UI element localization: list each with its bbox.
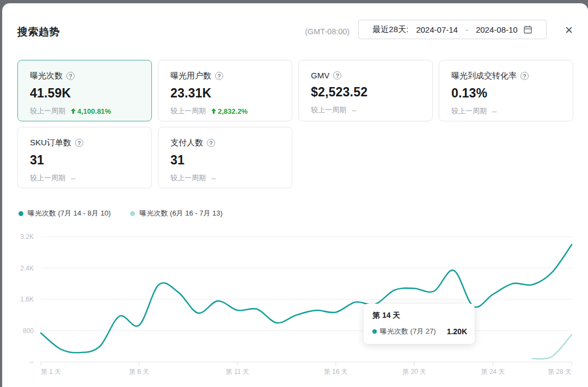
tooltip-day-title: 第 14 天 <box>372 311 467 321</box>
date-start: 2024-07-14 <box>416 25 458 34</box>
metric-card-3[interactable]: 曝光到成交转化率?0.13%较上一周期-- <box>439 60 573 121</box>
calendar-icon <box>523 25 532 34</box>
metric-value: 23.31K <box>170 86 292 101</box>
change-value: 4,100.81% <box>71 107 111 115</box>
compare-label: 较上一周期 <box>170 173 206 183</box>
compare-label: 较上一周期 <box>30 106 65 116</box>
x-axis-label: 第 20 天 <box>402 368 426 376</box>
search-trends-modal: 搜索趋势 (GMT-08:00) 最近28天: 2024-07-14 - 202… <box>2 3 588 387</box>
question-circle-icon[interactable]: ? <box>333 71 341 79</box>
y-axis-label: 1.6K <box>20 296 34 303</box>
x-axis-label: 第 11 天 <box>226 368 249 376</box>
change-value: -- <box>71 174 76 182</box>
metric-card-0[interactable]: 曝光次数?41.59K较上一周期4,100.81% <box>17 60 152 121</box>
x-axis-label: 第 16 天 <box>324 368 348 376</box>
x-axis-label: 第 24 天 <box>481 368 505 376</box>
chart-tooltip: 第 14 天 曝光次数 (7月 27) 1.20K <box>364 304 475 344</box>
change-value: -- <box>492 107 497 115</box>
legend-item-1[interactable]: 曝光次数 (6月 16 - 7月 13) <box>130 208 222 218</box>
date-preset-label: 最近28天: <box>372 24 408 35</box>
tooltip-series-dot-icon <box>372 329 377 334</box>
compare-label: 较上一周期 <box>30 173 65 183</box>
y-axis-label: -- <box>29 358 34 366</box>
close-icon[interactable]: ✕ <box>562 23 576 37</box>
compare-label: 较上一周期 <box>170 106 206 116</box>
question-circle-icon[interactable]: ? <box>75 139 83 147</box>
page-title: 搜索趋势 <box>17 25 60 39</box>
question-circle-icon[interactable]: ? <box>520 72 529 80</box>
metric-card-2[interactable]: GMV?$2,523.52较上一周期-- <box>298 60 433 121</box>
trend-line-chart[interactable]: 3.2K2.4K1.6K800--第 1 天第 6 天第 11 天第 16 天第… <box>2 229 588 387</box>
x-axis-label: 第 28 天 <box>548 368 572 376</box>
metric-label: SKU订单数 <box>30 138 71 148</box>
question-circle-icon[interactable]: ? <box>66 72 75 80</box>
metric-label: 曝光次数 <box>30 71 63 81</box>
change-value: -- <box>352 106 357 114</box>
compare-label: 较上一周期 <box>311 105 346 115</box>
legend-item-0[interactable]: 曝光次数 (7月 14 - 8月 10) <box>19 208 111 218</box>
metric-value: 31 <box>30 153 151 168</box>
metric-label: 支付人数 <box>170 138 203 148</box>
change-value: -- <box>211 174 216 182</box>
y-axis-label: 3.2K <box>20 233 34 241</box>
metric-value: $2,523.52 <box>311 85 432 100</box>
y-axis-label: 800 <box>23 327 34 335</box>
metric-label: 曝光到成交转化率 <box>451 71 517 81</box>
x-axis-label: 第 1 天 <box>41 368 61 376</box>
metric-card-4[interactable]: SKU订单数?31较上一周期-- <box>17 127 152 188</box>
date-end: 2024-08-10 <box>476 25 518 34</box>
metric-card-1[interactable]: 曝光用户数?23.31K较上一周期2,832.2% <box>158 60 292 121</box>
question-circle-icon[interactable]: ? <box>207 139 215 147</box>
date-separator: - <box>465 25 468 34</box>
metric-value: 31 <box>170 153 292 168</box>
metric-value: 41.59K <box>30 86 151 101</box>
metric-label: 曝光用户数 <box>170 71 211 81</box>
tooltip-series-row: 曝光次数 (7月 27) 1.20K <box>372 327 467 336</box>
change-value: 2,832.2% <box>211 107 248 115</box>
legend-dot-icon <box>130 211 135 216</box>
tooltip-series-value: 1.20K <box>447 327 467 336</box>
arrow-up-icon <box>71 108 76 114</box>
x-axis-label: 第 6 天 <box>129 368 149 376</box>
legend-label: 曝光次数 (6月 16 - 7月 13) <box>139 208 222 218</box>
compare-label: 较上一周期 <box>451 106 487 116</box>
chart-legend: 曝光次数 (7月 14 - 8月 10)曝光次数 (6月 16 - 7月 13) <box>19 208 223 218</box>
y-axis-label: 2.4K <box>20 265 34 272</box>
series-line-1 <box>532 335 572 359</box>
tooltip-series-label: 曝光次数 (7月 27) <box>380 327 436 336</box>
legend-label: 曝光次数 (7月 14 - 8月 10) <box>28 208 111 218</box>
chart-svg: 3.2K2.4K1.6K800--第 1 天第 6 天第 11 天第 16 天第… <box>2 229 588 387</box>
question-circle-icon[interactable]: ? <box>215 72 223 80</box>
date-range-picker[interactable]: 最近28天: 2024-07-14 - 2024-08-10 <box>358 20 547 39</box>
metric-label: GMV <box>311 71 329 80</box>
arrow-up-icon <box>211 108 216 114</box>
timezone-label: (GMT-08:00) <box>305 27 350 36</box>
series-line-0 <box>41 244 572 353</box>
legend-dot-icon <box>19 211 23 216</box>
metric-value: 0.13% <box>451 86 573 101</box>
metric-card-5[interactable]: 支付人数?31较上一周期-- <box>158 127 292 188</box>
